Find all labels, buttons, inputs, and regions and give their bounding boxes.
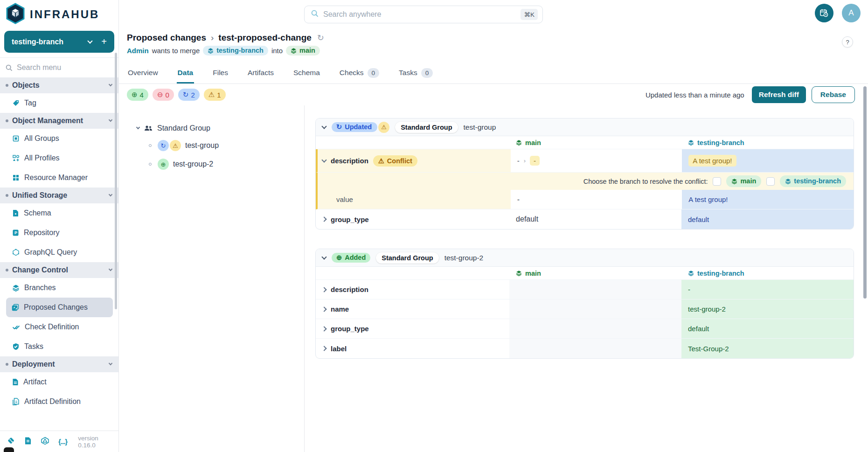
tree-node-test-group[interactable]: ↻ ⚠ test-group	[149, 140, 299, 151]
chevron-down-icon[interactable]	[321, 254, 326, 259]
sidebar-item-repository[interactable]: P Repository	[0, 223, 118, 243]
branch-value-cell: test-group-2	[681, 299, 854, 319]
sidebar-item-label: All Groups	[24, 134, 59, 143]
tab-checks[interactable]: Checks0	[339, 63, 380, 83]
sidebar-item-all-profiles[interactable]: All Profiles	[0, 148, 118, 168]
removed-count-badge[interactable]: ⊖0	[153, 89, 174, 101]
diff-card-header[interactable]: ↻Updated ⚠ Standard Group test-group	[316, 118, 854, 136]
resolve-main-checkbox[interactable]	[713, 177, 721, 186]
logo[interactable]: INFRAHUB	[0, 0, 118, 29]
diff-tree-panel: Standard Group ↻ ⚠ test-group ⊕ test-gro…	[119, 105, 305, 452]
source-branch-badge[interactable]: testing-branch	[203, 46, 268, 56]
sidebar-item-resource-manager[interactable]: Resource Manager	[0, 168, 118, 188]
sidebar-item-check-definition[interactable]: Check Definition	[0, 317, 118, 337]
nav-section-objects[interactable]: Objects	[0, 77, 118, 93]
chevron-down-icon[interactable]	[88, 38, 93, 43]
resolve-branch-checkbox[interactable]	[766, 177, 775, 186]
sidebar-item-label: Artifact	[23, 378, 47, 386]
chevron-down-icon[interactable]	[136, 125, 140, 129]
branch-layers-icon	[688, 270, 694, 276]
branch-selector[interactable]: testing-branch +	[4, 31, 114, 53]
row-label-cell: name	[316, 299, 509, 319]
chat-widget[interactable]	[4, 447, 14, 452]
nav-section-deployment[interactable]: Deployment	[0, 356, 118, 372]
rebase-button[interactable]: Rebase	[812, 86, 855, 103]
page-scrollbar[interactable]	[863, 86, 867, 299]
sidebar-item-artifact-definition[interactable]: Artifact Definition	[0, 392, 118, 411]
diff-content: Standard Group ↻ ⚠ test-group ⊕ test-gro…	[119, 105, 868, 452]
tab-data[interactable]: Data	[177, 63, 194, 83]
sidebar-item-branches[interactable]: Branches	[0, 278, 118, 298]
main-value-cell	[509, 299, 681, 319]
tab-schema[interactable]: Schema	[292, 63, 321, 83]
plus-circle-icon: ⊕	[336, 254, 342, 261]
sidebar-item-proposed-changes[interactable]: Proposed Changes	[6, 298, 113, 317]
chevron-down-icon[interactable]	[321, 124, 326, 129]
branch-value-highlight: A test group!	[688, 155, 736, 167]
last-updated-text: Updated less than a minute ago	[646, 91, 744, 99]
sidebar-item-artifact[interactable]: Artifact	[0, 372, 118, 392]
help-button[interactable]: ?	[842, 36, 853, 48]
sidebar-item-tasks[interactable]: Tasks	[0, 337, 118, 356]
global-search[interactable]: ⌘K	[304, 6, 543, 23]
sidebar-item-label: Tag	[24, 99, 36, 107]
repository-icon: P	[12, 229, 19, 236]
avatar[interactable]: A	[842, 4, 861, 22]
branches-icon	[12, 284, 20, 292]
tab-artifacts[interactable]: Artifacts	[247, 63, 275, 83]
tree-node-test-group-2[interactable]: ⊕ test-group-2	[149, 159, 299, 170]
conflict-badge: ⚠Conflict	[373, 155, 417, 167]
nav-section-change-control[interactable]: Change Control	[0, 262, 118, 278]
sidebar-item-label: GraphQL Query	[24, 248, 77, 257]
chevron-right-icon[interactable]	[321, 287, 326, 292]
tab-files[interactable]: Files	[212, 63, 229, 83]
tasks-schedule-button[interactable]	[815, 4, 833, 22]
sidebar: INFRAHUB testing-branch + Objects Tag	[0, 0, 119, 452]
nav-section-unified-storage[interactable]: Unified Storage	[0, 188, 118, 203]
conflict-count-badge[interactable]: ⚠1	[204, 89, 226, 101]
chevron-right-icon[interactable]	[321, 306, 326, 312]
target-branch-badge[interactable]: main	[286, 46, 320, 56]
main-value-cell	[509, 339, 681, 358]
tab-tasks[interactable]: Tasks0	[398, 63, 434, 83]
column-header-main: main	[509, 136, 681, 149]
refresh-icon[interactable]: ↻	[317, 33, 324, 43]
git-icon[interactable]	[7, 436, 15, 447]
tab-overview[interactable]: Overview	[127, 63, 159, 83]
tree-node-standard-group[interactable]: Standard Group	[137, 124, 299, 132]
diff-card-header[interactable]: ⊕Added Standard Group test-group-2	[316, 249, 854, 267]
sidebar-item-label: Artifact Definition	[24, 397, 81, 406]
breadcrumb: Proposed changes › test-proposed-change …	[127, 33, 868, 43]
graphql-playground-icon[interactable]	[41, 437, 49, 447]
chevron-right-icon[interactable]	[321, 216, 326, 222]
sidebar-item-schema[interactable]: Schema	[0, 203, 118, 223]
docs-icon[interactable]	[24, 437, 32, 447]
branch-layers-icon	[516, 270, 522, 276]
chevron-right-icon[interactable]	[321, 326, 326, 331]
row-description-value: value - A test group!	[316, 190, 854, 209]
menu-search[interactable]	[0, 57, 118, 77]
chevron-down-icon[interactable]	[321, 157, 326, 162]
refresh-diff-button[interactable]: Refresh diff	[752, 86, 806, 103]
global-search-input[interactable]	[323, 10, 516, 19]
swagger-icon[interactable]: {...}	[58, 438, 67, 445]
resolve-branch-badge[interactable]: testing-branch	[780, 175, 846, 187]
updated-count-badge[interactable]: ↻2	[178, 89, 200, 101]
resolve-main-badge[interactable]: main	[726, 175, 761, 187]
sidebar-scrollbar[interactable]	[115, 53, 117, 309]
breadcrumb-proposed-changes[interactable]: Proposed changes	[127, 33, 206, 43]
chevron-right-icon[interactable]	[321, 346, 326, 351]
nav-section-object-management[interactable]: Object Management	[0, 113, 118, 129]
row-label-cell: value	[318, 190, 511, 209]
added-count-badge[interactable]: ⊕4	[127, 89, 148, 101]
sidebar-item-tag[interactable]: Tag	[0, 93, 118, 113]
author-name[interactable]: Admin	[127, 47, 149, 55]
graphql-icon	[12, 249, 20, 256]
updated-status-icon: ↻	[158, 140, 169, 151]
main-value-cell: default	[509, 209, 681, 229]
sidebar-item-all-groups[interactable]: All Groups	[0, 129, 118, 148]
row-description: description ⚠Conflict - › - A test group…	[316, 149, 854, 173]
menu-search-input[interactable]	[17, 63, 96, 72]
create-branch-button[interactable]: +	[97, 36, 107, 47]
sidebar-item-graphql-query[interactable]: GraphQL Query	[0, 243, 118, 262]
